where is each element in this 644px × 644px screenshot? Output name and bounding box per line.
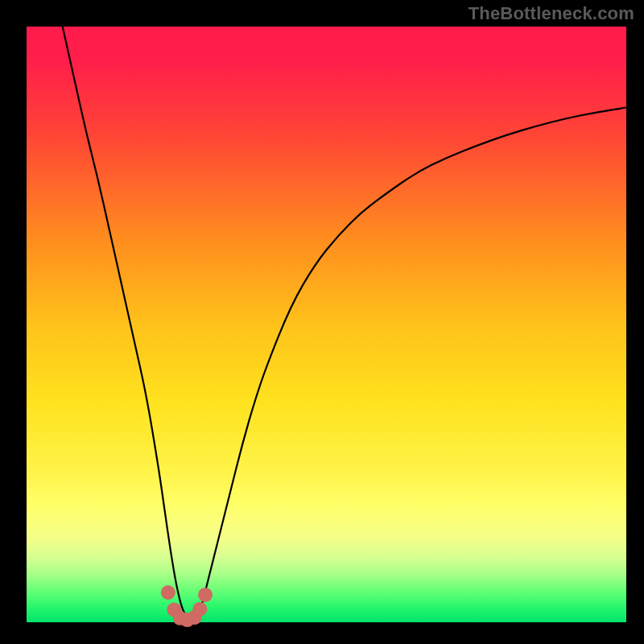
plot-background [27, 27, 626, 622]
highlight-marker [161, 585, 175, 600]
chart-stage: TheBottleneck.com [0, 0, 644, 644]
highlight-marker [192, 602, 207, 617]
chart-canvas [0, 0, 644, 644]
highlight-marker [198, 588, 213, 602]
